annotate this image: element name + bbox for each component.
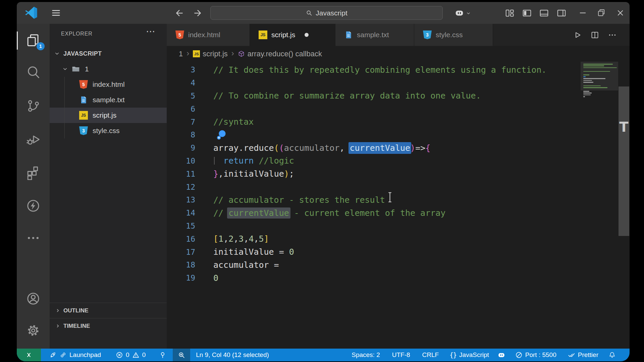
activity-item-live-server[interactable] — [17, 192, 50, 220]
line-number: 11 — [167, 170, 195, 178]
tab-sample-txt[interactable]: sample.txt — [335, 24, 414, 46]
code-token — [213, 156, 223, 166]
formatter-status[interactable]: Prettier — [564, 349, 602, 361]
code-line-19[interactable]: 190 — [167, 272, 630, 285]
back-button[interactable] — [174, 8, 184, 18]
tab-index-html[interactable]: 5index.html — [167, 24, 250, 46]
cursor-position[interactable]: Ln 9, Col 40 (12 selected) — [192, 349, 273, 361]
line-content — [213, 129, 227, 140]
breadcrumb-label: 1 — [179, 50, 183, 58]
code-line-17[interactable]: 17initialValue = 0 — [167, 245, 630, 258]
code-token: reduce — [244, 143, 274, 153]
minimap-line — [583, 64, 613, 65]
eol-status[interactable]: CRLF — [419, 349, 443, 361]
chevron-right-icon — [55, 323, 61, 329]
port-status-label: Port : 5500 — [525, 351, 556, 359]
command-center-search[interactable]: Javascript — [210, 6, 443, 20]
menu-icon[interactable] — [50, 8, 62, 18]
breadcrumb-item-0[interactable]: 1 — [179, 50, 183, 58]
chevron-down-icon[interactable] — [466, 10, 471, 16]
activity-item-explorer[interactable]: 1 — [17, 26, 50, 55]
encoding-status[interactable]: UTF-8 — [388, 349, 414, 361]
more-actions-button[interactable] — [608, 31, 617, 40]
activity-item-accounts[interactable] — [17, 285, 50, 313]
breadcrumb-item-1[interactable]: JSscript.js — [193, 50, 228, 58]
customize-layout-button[interactable] — [505, 8, 515, 18]
code-line-11[interactable]: 11},initialValue); — [167, 167, 630, 180]
minimap-line — [583, 91, 589, 92]
copilot-icon[interactable] — [454, 8, 464, 17]
code-token: => — [415, 143, 425, 153]
notifications-bell[interactable] — [605, 349, 620, 361]
activity-item-extensions[interactable] — [17, 159, 50, 187]
code-line-12[interactable]: 12 — [167, 180, 630, 193]
title-bar: Javascript — [17, 2, 630, 24]
rocket-icon — [49, 351, 57, 359]
tree-item-script-js[interactable]: JSscript.js — [50, 108, 167, 123]
selected-text: currentValue — [348, 142, 411, 154]
code-line-6[interactable]: 6 — [167, 102, 630, 115]
tab-script-js[interactable]: JSscript.js — [250, 24, 335, 46]
ports-forward-button[interactable] — [155, 349, 170, 361]
activity-item-source-control[interactable] — [17, 92, 50, 120]
toggle-panel-button[interactable] — [539, 8, 549, 18]
restore-button[interactable] — [597, 8, 606, 17]
minimize-button[interactable] — [578, 8, 587, 17]
outline-panel-header[interactable]: OUTLINE — [50, 303, 167, 318]
scrollbar-overlay-glyph: T — [618, 119, 630, 135]
explorer-root-folder[interactable]: JAVASCRIPT — [50, 46, 167, 61]
code-line-15[interactable]: 15 — [167, 220, 630, 233]
css-file-icon: 3 — [423, 31, 432, 39]
activity-item-settings[interactable] — [17, 316, 50, 345]
txt-file-icon — [344, 31, 353, 39]
remote-indicator[interactable] — [17, 349, 41, 361]
tree-item-style-css[interactable]: 3style.css — [50, 123, 167, 138]
code-line-8[interactable]: 8 — [167, 128, 630, 141]
activity-item-more[interactable] — [17, 224, 50, 252]
tree-item-index-html[interactable]: 5index.html — [50, 77, 167, 92]
code-line-13[interactable]: 13// accumulator - stores the result — [167, 193, 630, 206]
split-editor-button[interactable] — [590, 31, 599, 40]
launchpad-button[interactable]: Launchpad — [46, 349, 105, 361]
code-line-10[interactable]: 10 return //logic — [167, 155, 630, 168]
tree-item-1[interactable]: 1 — [50, 61, 167, 77]
modified-dot[interactable] — [305, 33, 309, 37]
indentation-status[interactable]: Spaces: 2 — [348, 349, 384, 361]
code-line-16[interactable]: 16[1,2,3,4,5] — [167, 232, 630, 245]
toggle-sidebar-button[interactable] — [522, 8, 532, 18]
language-mode[interactable]: {}JavaScript — [446, 349, 493, 361]
scrollbar-thumb[interactable] — [619, 86, 629, 236]
line-content: // To combine or summarize array data in… — [213, 91, 481, 101]
code-line-7[interactable]: 7//syntax — [167, 115, 630, 128]
explorer-more-icon[interactable]: ⋯ — [146, 26, 156, 37]
port-status[interactable]: Port : 5500 — [512, 349, 560, 361]
code-editor[interactable]: 3// It does this by repeatedly combining… — [167, 62, 630, 349]
minimap[interactable] — [581, 62, 618, 349]
inline-chat-icon[interactable] — [216, 129, 227, 140]
toggle-secondary-sidebar-button[interactable] — [556, 8, 567, 18]
code-token: { — [425, 143, 430, 153]
code-line-18[interactable]: 18accumulator = — [167, 258, 630, 272]
bell-icon — [608, 351, 616, 359]
code-line-14[interactable]: 14// currentValue - current element of t… — [167, 206, 630, 220]
vertical-scrollbar[interactable]: T — [618, 62, 630, 349]
copilot-status[interactable] — [494, 349, 509, 361]
forward-button[interactable] — [193, 8, 203, 18]
activity-item-search[interactable] — [17, 58, 50, 86]
code-line-5[interactable]: 5// To combine or summarize array data i… — [167, 89, 630, 103]
code-line-9[interactable]: 9array.reduce((accumulator, currentValue… — [167, 141, 630, 155]
breadcrumb-item-2[interactable]: array.reduce() callback — [238, 50, 322, 58]
tab-style-css[interactable]: 3style.css — [414, 24, 493, 46]
css-file-icon: 3 — [79, 126, 88, 135]
line-content: },initialValue); — [213, 169, 294, 179]
problems-indicator[interactable]: 00 — [112, 349, 149, 361]
timeline-panel-header[interactable]: TIMELINE — [50, 318, 167, 334]
tree-item-sample-txt[interactable]: sample.txt — [50, 92, 167, 108]
code-line-3[interactable]: 3// It does this by repeatedly combining… — [167, 63, 630, 76]
code-line-4[interactable]: 4 — [167, 76, 630, 89]
zoom-indicator[interactable] — [173, 349, 190, 361]
activity-item-run-debug[interactable] — [17, 125, 50, 154]
close-button[interactable] — [616, 8, 625, 17]
code-lines: 3// It does this by repeatedly combining… — [167, 63, 630, 285]
run-button[interactable] — [573, 31, 582, 40]
